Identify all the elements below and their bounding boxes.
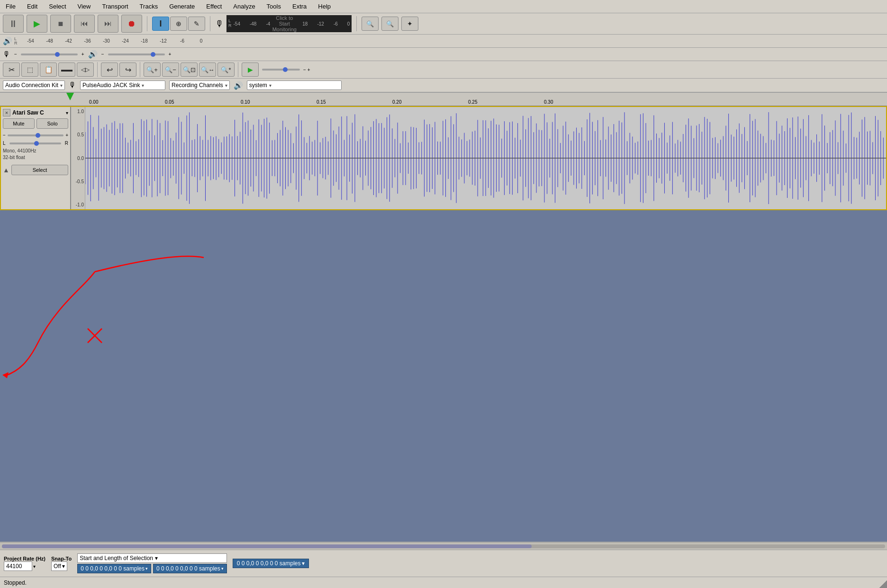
status-text: Stopped.: [4, 579, 27, 586]
empty-workspace: [0, 210, 887, 510]
track-select-button[interactable]: Select: [11, 165, 68, 175]
sel-length-field[interactable]: 0 0 0,0 0 0,0 0 0 samples ▾: [153, 564, 227, 573]
waveform-display[interactable]: // This is data visualization - will be …: [85, 107, 886, 209]
trim-button[interactable]: ◁▷: [77, 62, 94, 77]
menu-edit[interactable]: Edit: [25, 2, 39, 11]
menu-generate[interactable]: Generate: [167, 2, 197, 11]
meter-18: 18: [302, 21, 308, 27]
select-tool-button[interactable]: I: [152, 17, 169, 31]
rate-dropdown-arrow[interactable]: ▾: [33, 564, 36, 569]
zoom-fit-btn[interactable]: 🔍↔: [199, 62, 216, 77]
playback-speed-slider[interactable]: [262, 69, 300, 71]
skip-end-button[interactable]: ⏭: [98, 15, 118, 33]
cut-button[interactable]: ✂: [3, 62, 20, 77]
paste-button[interactable]: 📋: [40, 62, 57, 77]
pan-slider[interactable]: [9, 143, 61, 144]
sel-start-field[interactable]: 0 0 0,0 0 0,0 0 0 samples ▾: [77, 564, 151, 573]
undo-button[interactable]: ↩: [101, 62, 118, 77]
snap-value: Off: [54, 563, 61, 570]
ruler-0.00: 0.00: [89, 99, 98, 105]
skip-start-button[interactable]: ⏮: [74, 15, 95, 33]
copy-button[interactable]: ⬚: [21, 62, 38, 77]
sep5: [140, 62, 140, 77]
mic-icon[interactable]: 🎙: [3, 50, 10, 59]
menu-analyze[interactable]: Analyze: [231, 2, 257, 11]
redo-button[interactable]: ↪: [119, 62, 136, 77]
menu-effect[interactable]: Effect: [204, 2, 224, 11]
zoom-toggle-btn[interactable]: 🔍*: [217, 62, 235, 77]
annotation-arrows: [0, 248, 237, 381]
scrollbar-thumb[interactable]: [2, 544, 532, 548]
recording-meter-icon[interactable]: 🎙: [215, 19, 224, 29]
audio-position-field[interactable]: 0 0 0,0 0 0,0 0 0 samples ▾: [233, 559, 309, 568]
y-1.0: 1.0: [77, 109, 84, 114]
horizontal-scrollbar[interactable]: [0, 543, 887, 550]
svg-line-3: [88, 329, 102, 343]
zoom-out-button[interactable]: 🔍: [381, 17, 398, 31]
envelope-tool-button[interactable]: ⊕: [170, 17, 187, 31]
track-collapse-button[interactable]: ▲: [3, 166, 9, 174]
monitoring-prompt[interactable]: Click to Start Monitoring: [270, 15, 299, 32]
sel-length-value: 0 0 0,0 0 0,0 0 0 samples: [156, 565, 220, 572]
multi-tool-button[interactable]: ✦: [401, 17, 418, 31]
menu-transport[interactable]: Transport: [100, 2, 130, 11]
resize-handle[interactable]: [879, 580, 887, 588]
zoom-out-btn2[interactable]: 🔍−: [162, 62, 179, 77]
project-rate-input[interactable]: [4, 561, 32, 571]
out-minus: −: [101, 52, 104, 57]
input-device-select[interactable]: PulseAudio JACK Sink ▾: [80, 80, 165, 90]
record-button[interactable]: ⏺: [121, 15, 142, 33]
track-close-button[interactable]: ×: [3, 109, 10, 116]
draw-tool-button[interactable]: ✎: [188, 17, 205, 31]
stop-button[interactable]: ■: [50, 15, 71, 33]
project-rate-value-row: ▾: [4, 561, 36, 571]
mute-button[interactable]: Mute: [3, 118, 35, 129]
track-name: Atari Saw C: [12, 109, 64, 116]
track-dropdown-button[interactable]: ▾: [66, 110, 68, 116]
menu-tracks[interactable]: Tracks: [138, 2, 160, 11]
playback-speaker-icon[interactable]: 🔊: [3, 36, 12, 45]
snap-select[interactable]: Off ▾: [51, 561, 67, 571]
ruler-0.25: 0.25: [468, 99, 477, 105]
zoom-in-btn2[interactable]: 🔍+: [144, 62, 161, 77]
track-info: Mono, 44100Hz 32-bit float: [3, 148, 68, 161]
output-device-select[interactable]: system ▾: [247, 80, 342, 90]
edit-toolbar: ✂ ⬚ 📋 ▬▬ ◁▷ ↩ ↪ 🔍+ 🔍− 🔍⊡ 🔍↔ 🔍* ▶ − +: [0, 61, 887, 79]
menu-file[interactable]: File: [4, 2, 18, 11]
pause-button[interactable]: ⏸: [3, 15, 24, 33]
menu-tools[interactable]: Tools: [265, 2, 283, 11]
menu-extra[interactable]: Extra: [290, 2, 308, 11]
timeline-ruler: 0.00 0.05 0.10 0.15 0.20 0.25 0.30: [0, 93, 887, 106]
zoom-in-button[interactable]: 🔍: [362, 17, 379, 31]
play-button[interactable]: ▶: [27, 15, 47, 33]
sep3: [356, 16, 357, 31]
sep4: [97, 62, 98, 77]
snap-label: Snap-To: [51, 556, 72, 561]
menu-help[interactable]: Help: [316, 2, 333, 11]
tool-group: I ⊕ ✎: [152, 17, 205, 31]
volume-row: 🎙 − + 🔊 − +: [0, 48, 887, 61]
playback-device-select[interactable]: Audio Connection Kit ▾: [3, 80, 65, 90]
lr-label: LR: [14, 37, 18, 45]
speaker-icon2[interactable]: 🔊: [88, 50, 98, 59]
input-volume-slider[interactable]: [21, 53, 78, 55]
device-toolbar: Audio Connection Kit ▾ 🎙 PulseAudio JACK…: [0, 79, 887, 93]
input-device-arrow: ▾: [142, 83, 144, 88]
menu-select[interactable]: Select: [47, 2, 68, 11]
solo-button[interactable]: Solo: [36, 118, 68, 129]
zoom-sel-btn[interactable]: 🔍⊡: [181, 62, 198, 77]
menu-view[interactable]: View: [76, 2, 93, 11]
play-at-speed-btn[interactable]: ▶: [242, 62, 259, 77]
bottom-area: Project Rate (Hz) ▾ Snap-To Off ▾ Start …: [0, 542, 887, 588]
silence-button[interactable]: ▬▬: [58, 62, 75, 77]
sel-start-arrow: ▾: [145, 566, 148, 571]
selection-mode-dropdown[interactable]: Start and Length of Selection ▾: [77, 553, 227, 563]
channels-arrow: ▾: [225, 83, 227, 88]
pb-m18: -18: [135, 38, 154, 44]
meter-m48: -48: [250, 21, 256, 27]
output-volume-slider[interactable]: [108, 53, 165, 55]
snap-arrow: ▾: [62, 563, 65, 570]
scrollbar-track[interactable]: [2, 544, 885, 548]
channels-select[interactable]: Recording Channels ▾: [169, 80, 230, 90]
gain-slider[interactable]: [8, 134, 63, 136]
